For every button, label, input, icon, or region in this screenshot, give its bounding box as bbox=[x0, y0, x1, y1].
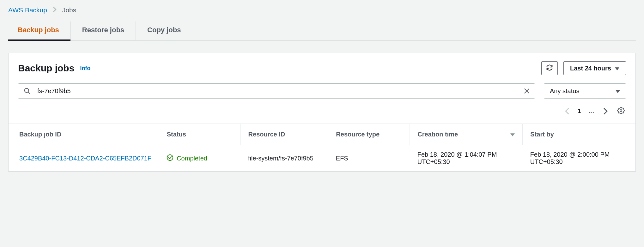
backup-jobs-table: Backup job ID Status Resource ID Resourc… bbox=[9, 124, 635, 171]
filter-row: Any status bbox=[9, 79, 635, 102]
col-header-resource-id[interactable]: Resource ID bbox=[240, 124, 328, 145]
clear-search-button[interactable] bbox=[524, 88, 530, 94]
table-header-row: Backup job ID Status Resource ID Resourc… bbox=[9, 124, 635, 145]
tab-restore-jobs[interactable]: Restore jobs bbox=[71, 21, 136, 40]
svg-line-1 bbox=[28, 92, 30, 94]
breadcrumb-root-link[interactable]: AWS Backup bbox=[8, 6, 47, 14]
backup-jobs-panel: Backup jobs Info Last 24 hours bbox=[8, 53, 636, 172]
panel-header: Backup jobs Info Last 24 hours bbox=[9, 53, 635, 79]
status-filter-label: Any status bbox=[550, 87, 579, 95]
col-header-resource-type[interactable]: Resource type bbox=[328, 124, 410, 145]
panel-title: Backup jobs bbox=[18, 63, 74, 74]
col-header-creation-time-label: Creation time bbox=[417, 131, 458, 138]
check-circle-icon bbox=[167, 154, 173, 163]
status-cell: Completed bbox=[167, 154, 233, 163]
tab-backup-jobs[interactable]: Backup jobs bbox=[8, 21, 71, 40]
search-input[interactable] bbox=[18, 83, 535, 99]
job-id-link[interactable]: 3C429B40-FC13-D412-CDA2-C65EFB2D071F bbox=[19, 155, 151, 162]
time-filter-label: Last 24 hours bbox=[570, 65, 611, 72]
resource-type-cell: EFS bbox=[328, 145, 410, 172]
table-row: 3C429B40-FC13-D412-CDA2-C65EFB2D071F Com… bbox=[9, 145, 635, 172]
table-settings-button[interactable] bbox=[616, 105, 626, 117]
page-ellipsis: … bbox=[588, 107, 595, 115]
sort-desc-icon bbox=[510, 131, 515, 138]
col-header-status[interactable]: Status bbox=[159, 124, 240, 145]
refresh-button[interactable] bbox=[541, 61, 558, 75]
creation-time-cell: Feb 18, 2020 @ 1:04:07 PM UTC+05:30 bbox=[410, 145, 523, 172]
search-icon bbox=[24, 87, 31, 94]
caret-down-icon bbox=[616, 87, 620, 95]
tab-copy-jobs[interactable]: Copy jobs bbox=[136, 21, 192, 40]
pagination: 1 … bbox=[9, 102, 635, 124]
tabs-bar: Backup jobs Restore jobs Copy jobs bbox=[8, 21, 636, 41]
caret-down-icon bbox=[615, 65, 619, 72]
info-link[interactable]: Info bbox=[80, 65, 90, 72]
status-text: Completed bbox=[177, 155, 207, 162]
gear-icon bbox=[617, 107, 625, 115]
col-header-creation-time[interactable]: Creation time bbox=[410, 124, 523, 145]
breadcrumb: AWS Backup Jobs bbox=[8, 6, 636, 14]
start-by-cell: Feb 18, 2020 @ 2:00:00 PM UTC+05:30 bbox=[523, 145, 635, 172]
breadcrumb-current: Jobs bbox=[62, 6, 76, 14]
time-filter-dropdown[interactable]: Last 24 hours bbox=[563, 61, 626, 75]
status-filter-dropdown[interactable]: Any status bbox=[544, 83, 626, 99]
page-prev-button[interactable] bbox=[564, 106, 571, 116]
svg-point-4 bbox=[620, 110, 622, 111]
page-next-button[interactable] bbox=[602, 106, 609, 116]
search-field-wrap bbox=[18, 83, 535, 99]
refresh-icon bbox=[546, 64, 553, 73]
col-header-start-by[interactable]: Start by bbox=[523, 124, 635, 145]
resource-id-cell: file-system/fs-7e70f9b5 bbox=[240, 145, 328, 172]
col-header-job-id[interactable]: Backup job ID bbox=[9, 124, 159, 145]
page-number-current[interactable]: 1 bbox=[578, 107, 581, 115]
svg-point-5 bbox=[167, 154, 173, 160]
chevron-right-icon bbox=[53, 6, 57, 14]
